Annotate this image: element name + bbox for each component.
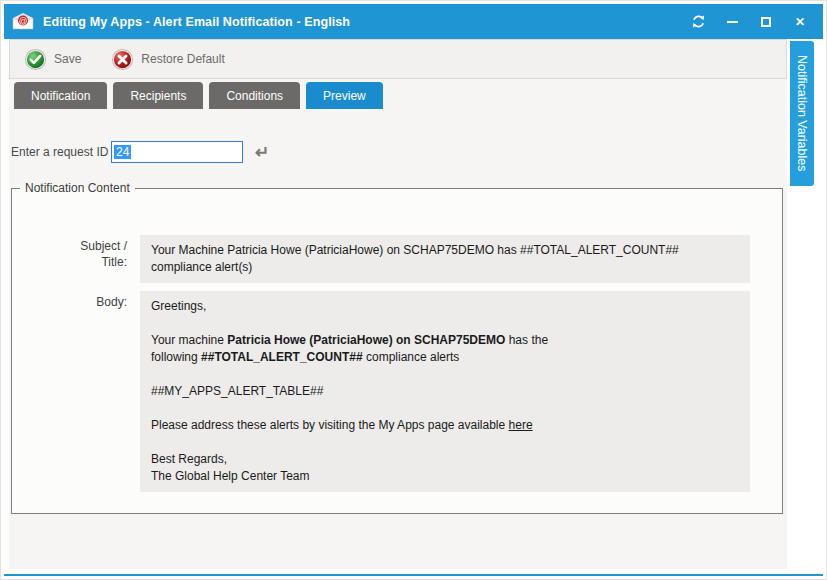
subject-label: Subject / Title: xyxy=(12,235,140,283)
toolbar: Save Restore Default xyxy=(9,39,787,79)
tab-notification[interactable]: Notification xyxy=(14,82,107,109)
enter-key-icon: ↵ xyxy=(255,144,269,161)
svg-text:@: @ xyxy=(19,16,28,26)
tab-bar: Notification Recipients Conditions Previ… xyxy=(14,82,787,109)
restore-x-icon xyxy=(111,48,134,71)
refresh-button[interactable] xyxy=(681,9,715,35)
minimize-icon xyxy=(727,21,738,23)
restore-default-label: Restore Default xyxy=(141,52,224,66)
close-button[interactable]: ✕ xyxy=(783,9,817,35)
minimize-button[interactable] xyxy=(715,9,749,35)
subject-row: Subject / Title: Your Machine Patricia H… xyxy=(12,235,782,283)
tab-conditions[interactable]: Conditions xyxy=(209,82,300,109)
save-label: Save xyxy=(54,52,81,66)
dialog-window: @ Editing My Apps - Alert Email Notifica… xyxy=(0,0,827,580)
request-id-row: Enter a request ID t 24 ↵ xyxy=(11,140,269,164)
request-id-input[interactable]: 24 xyxy=(111,141,243,163)
here-link[interactable]: here xyxy=(509,418,533,432)
subject-value: Your Machine Patricia Howe (PatriciaHowe… xyxy=(140,235,750,283)
tab-preview[interactable]: Preview xyxy=(306,82,383,109)
body-label: Body: xyxy=(12,291,140,492)
notification-content-legend: Notification Content xyxy=(20,181,135,195)
email-app-icon: @ xyxy=(12,13,34,30)
tab-recipients[interactable]: Recipients xyxy=(113,82,203,109)
window-title: Editing My Apps - Alert Email Notificati… xyxy=(43,15,350,29)
side-panel-strip: Notification Variables xyxy=(787,39,820,569)
preview-tab-content: Enter a request ID t 24 ↵ Notification C… xyxy=(9,109,787,569)
refresh-icon xyxy=(691,14,706,29)
request-id-value: 24 xyxy=(114,145,131,159)
save-button[interactable]: Save xyxy=(24,48,81,71)
body-row: Body: Greetings, Your machine Patricia H… xyxy=(12,291,782,492)
content-column: Save Restore Default xyxy=(9,39,787,569)
request-id-label: Enter a request ID t xyxy=(11,145,115,159)
notification-content-group: Notification Content Subject / Title: Yo… xyxy=(11,181,783,514)
maximize-button[interactable] xyxy=(749,9,783,35)
window-bottom-accent xyxy=(4,574,823,576)
notification-variables-label: Notification Variables xyxy=(795,55,809,172)
notification-variables-tab[interactable]: Notification Variables xyxy=(790,41,814,186)
save-check-icon xyxy=(24,48,47,71)
body-value: Greetings, Your machine Patricia Howe (P… xyxy=(140,291,750,492)
maximize-icon xyxy=(761,17,771,27)
title-bar: @ Editing My Apps - Alert Email Notifica… xyxy=(4,4,823,39)
window-controls: ✕ xyxy=(681,9,817,35)
restore-default-button[interactable]: Restore Default xyxy=(111,48,224,71)
main-area: Save Restore Default xyxy=(9,39,820,569)
